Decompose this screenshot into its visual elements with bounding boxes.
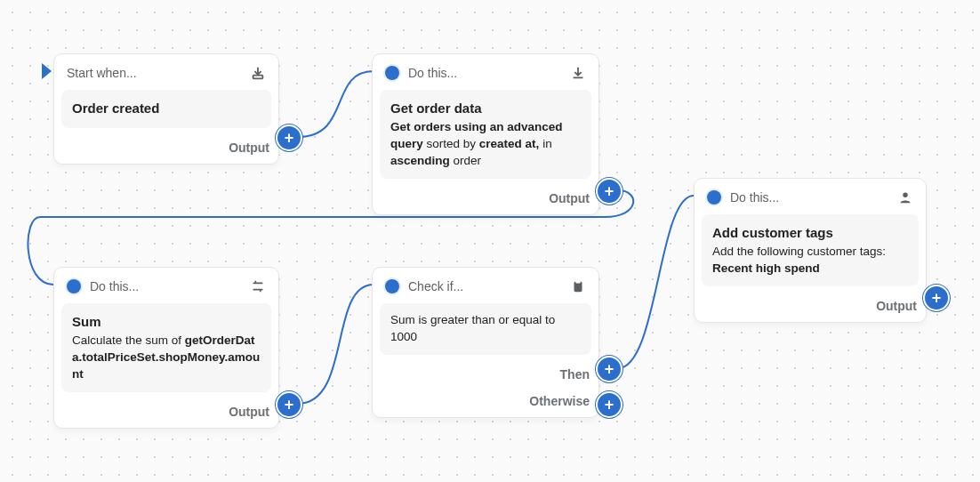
output-label: Output <box>549 191 590 205</box>
otherwise-add-button[interactable] <box>596 391 623 418</box>
configure-icon <box>250 278 266 294</box>
node-body: Sum Calculate the sum of getOrderData.to… <box>61 303 271 392</box>
clipboard-icon <box>570 278 586 294</box>
sum-node[interactable]: Do this... Sum Calculate the sum of getO… <box>53 267 279 429</box>
node-title: Sum <box>72 312 261 331</box>
node-header-label: Start when... <box>67 66 137 80</box>
status-dot-icon <box>67 279 81 293</box>
node-header: Do this... <box>373 54 598 90</box>
node-footer: Output <box>695 295 926 322</box>
svg-point-3 <box>903 193 907 197</box>
node-body: Sum is greater than or equal to 1000 <box>380 303 591 355</box>
status-dot-icon <box>385 66 399 80</box>
node-header: Check if... <box>373 268 598 303</box>
node-title: Add customer tags <box>712 223 908 242</box>
download-icon <box>570 65 586 81</box>
trigger-node[interactable]: Start when... Order created Output <box>53 53 279 165</box>
node-body: Add customer tags Add the following cust… <box>702 214 919 286</box>
get-order-data-node[interactable]: Do this... Get order data Get orders usi… <box>372 53 599 215</box>
node-body: Order created <box>61 90 271 128</box>
otherwise-label: Otherwise <box>529 394 590 408</box>
output-label: Output <box>876 299 917 313</box>
start-marker-icon <box>42 63 52 79</box>
node-description: Get orders using an advanced query sorte… <box>390 119 581 170</box>
node-description: Add the following customer tags: Recent … <box>712 244 908 277</box>
node-header-label: Do this... <box>730 190 779 205</box>
node-title: Get order data <box>390 99 581 117</box>
node-header-label: Do this... <box>90 279 139 293</box>
node-header: Start when... <box>54 54 278 90</box>
add-step-button[interactable] <box>596 178 623 205</box>
node-footer: Then Otherwise <box>373 364 598 417</box>
status-dot-icon <box>385 279 399 293</box>
node-title: Order created <box>72 99 261 117</box>
condition-node[interactable]: Check if... Sum is greater than or equal… <box>372 267 599 418</box>
node-header-label: Check if... <box>408 279 463 293</box>
node-header-label: Do this... <box>408 66 457 80</box>
import-icon <box>250 65 266 81</box>
output-label: Output <box>229 405 269 419</box>
add-step-button[interactable] <box>276 125 302 151</box>
status-dot-icon <box>707 190 721 205</box>
node-footer: Output <box>54 137 278 164</box>
node-body: Get order data Get orders using an advan… <box>380 90 591 179</box>
output-label: Output <box>229 141 269 155</box>
node-description: Calculate the sum of getOrderData.totalP… <box>72 333 261 383</box>
then-add-button[interactable] <box>596 356 623 382</box>
then-label: Then <box>560 367 590 382</box>
svg-rect-2 <box>575 280 580 284</box>
node-footer: Output <box>373 188 598 214</box>
node-header: Do this... <box>54 268 278 303</box>
node-header: Do this... <box>695 179 926 214</box>
node-footer: Output <box>54 401 278 428</box>
add-customer-tags-node[interactable]: Do this... Add customer tags Add the fol… <box>694 178 927 323</box>
person-icon <box>897 189 913 205</box>
svg-rect-0 <box>253 76 263 79</box>
add-step-button[interactable] <box>276 391 302 418</box>
condition-text: Sum is greater than or equal to 1000 <box>390 312 581 346</box>
add-step-button[interactable] <box>923 285 950 311</box>
